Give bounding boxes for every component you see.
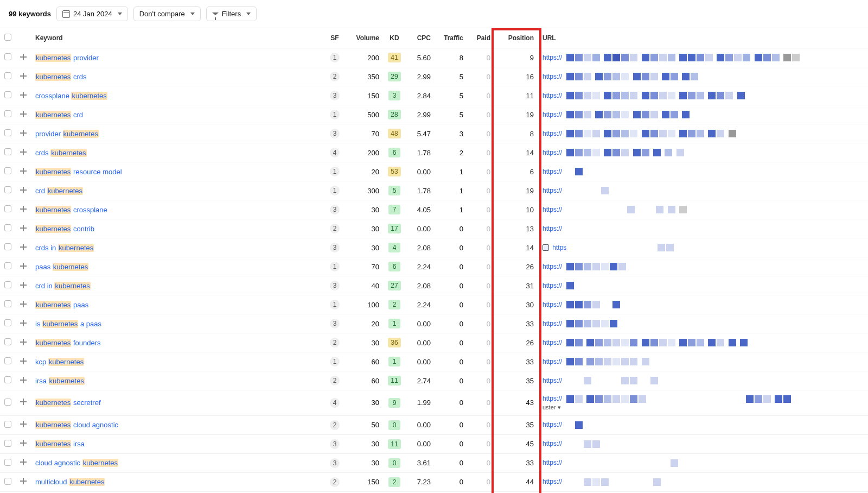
row-checkbox[interactable]: [4, 53, 11, 60]
row-checkbox[interactable]: [4, 91, 11, 98]
expand-icon[interactable]: [20, 206, 27, 212]
url-cell[interactable]: https://: [538, 48, 868, 67]
row-checkbox[interactable]: [4, 110, 11, 117]
expand-icon[interactable]: [20, 440, 27, 446]
keyword-cell[interactable]: crd in kubernetes: [31, 276, 324, 295]
keyword-cell[interactable]: kubernetes contrib: [31, 219, 324, 238]
keyword-cell[interactable]: kubernetes crds: [31, 67, 324, 86]
url-cell[interactable]: https://: [538, 124, 868, 143]
row-checkbox[interactable]: [4, 319, 11, 326]
compare-button[interactable]: Don't compare: [133, 7, 201, 21]
url-cell[interactable]: https://: [538, 162, 868, 181]
url-cell[interactable]: https://: [538, 257, 868, 276]
expand-icon[interactable]: [20, 320, 27, 326]
row-checkbox[interactable]: [4, 205, 11, 212]
header-url[interactable]: URL: [538, 28, 868, 48]
keyword-cell[interactable]: kubernetes cloud agnostic: [31, 415, 324, 434]
row-checkbox[interactable]: [4, 399, 11, 406]
expand-icon[interactable]: [20, 225, 27, 231]
header-keyword[interactable]: Keyword: [31, 28, 324, 48]
row-checkbox[interactable]: [4, 243, 11, 250]
expand-icon[interactable]: [20, 187, 27, 193]
row-checkbox[interactable]: [4, 262, 11, 269]
header-sf[interactable]: SF: [324, 28, 346, 48]
url-cell[interactable]: https://: [538, 295, 868, 314]
expand-icon[interactable]: [20, 92, 27, 98]
expand-icon[interactable]: [20, 339, 27, 345]
keyword-cell[interactable]: kubernetes founders: [31, 333, 324, 352]
url-cell[interactable]: https://: [538, 276, 868, 295]
keyword-cell[interactable]: multicloud kubernetes: [31, 472, 324, 491]
keyword-cell[interactable]: kubernetes paas: [31, 295, 324, 314]
expand-icon[interactable]: [20, 130, 27, 136]
url-cell[interactable]: https://: [538, 352, 868, 371]
row-checkbox[interactable]: [4, 459, 11, 466]
url-cell[interactable]: https:// uster ▾: [538, 390, 868, 416]
keyword-cell[interactable]: kubernetes secretref: [31, 390, 324, 416]
header-cpc[interactable]: CPC: [405, 28, 435, 48]
header-position[interactable]: Position: [495, 28, 538, 48]
url-cell[interactable]: https://: [538, 219, 868, 238]
keyword-cell[interactable]: kubernetes crd: [31, 105, 324, 124]
url-cell[interactable]: https://: [538, 67, 868, 86]
date-picker-button[interactable]: 24 Jan 2024: [56, 7, 128, 21]
header-kd[interactable]: KD: [384, 28, 405, 48]
row-checkbox[interactable]: [4, 186, 11, 193]
expand-icon[interactable]: [20, 282, 27, 288]
expand-icon[interactable]: [20, 244, 27, 250]
url-cell[interactable]: https://: [538, 181, 868, 200]
filters-button[interactable]: Filters: [206, 7, 257, 21]
expand-icon[interactable]: [20, 111, 27, 117]
row-checkbox[interactable]: [4, 376, 11, 383]
row-checkbox[interactable]: [4, 224, 11, 231]
keyword-cell[interactable]: kubernetes provider: [31, 48, 324, 67]
expand-icon[interactable]: [20, 73, 27, 79]
keyword-cell[interactable]: crds kubernetes: [31, 143, 324, 162]
row-checkbox[interactable]: [4, 72, 11, 79]
expand-icon[interactable]: [20, 54, 27, 60]
keyword-cell[interactable]: kubernetes resource model: [31, 162, 324, 181]
url-cell[interactable]: https://: [538, 472, 868, 491]
header-volume[interactable]: Volume: [346, 28, 384, 48]
expand-icon[interactable]: [20, 421, 27, 427]
url-cell[interactable]: https://: [538, 434, 868, 453]
url-cell[interactable]: https://: [538, 415, 868, 434]
expand-icon[interactable]: [20, 358, 27, 364]
keyword-cell[interactable]: kubernetes crossplane: [31, 200, 324, 219]
url-cell[interactable]: https://: [538, 371, 868, 390]
url-cell[interactable]: https://: [538, 200, 868, 219]
header-traffic[interactable]: Traffic: [435, 28, 468, 48]
url-cell[interactable]: https://: [538, 333, 868, 352]
expand-icon[interactable]: [20, 149, 27, 155]
row-checkbox[interactable]: [4, 129, 11, 136]
row-checkbox[interactable]: [4, 300, 11, 307]
keyword-cell[interactable]: cloud agnostic kubernetes: [31, 453, 324, 472]
expand-icon[interactable]: [20, 377, 27, 383]
expand-icon[interactable]: [20, 301, 27, 307]
row-checkbox[interactable]: [4, 281, 11, 288]
keyword-cell[interactable]: is kubernetes a paas: [31, 314, 324, 333]
row-checkbox[interactable]: [4, 148, 11, 155]
expand-icon[interactable]: [20, 263, 27, 269]
url-cell[interactable]: https://: [538, 314, 868, 333]
url-cell[interactable]: https://: [538, 453, 868, 472]
expand-icon[interactable]: [20, 459, 27, 465]
keyword-cell[interactable]: crossplane kubernetes: [31, 86, 324, 105]
keyword-cell[interactable]: crd kubernetes: [31, 181, 324, 200]
header-paid[interactable]: Paid: [468, 28, 495, 48]
url-cell[interactable]: https://: [538, 86, 868, 105]
url-cell[interactable]: https://: [538, 105, 868, 124]
keyword-cell[interactable]: kubernetes irsa: [31, 434, 324, 453]
url-cell[interactable]: https://: [538, 143, 868, 162]
row-checkbox[interactable]: [4, 357, 11, 364]
row-checkbox[interactable]: [4, 478, 11, 485]
row-checkbox[interactable]: [4, 338, 11, 345]
keyword-cell[interactable]: crds in kubernetes: [31, 238, 324, 257]
row-checkbox[interactable]: [4, 421, 11, 428]
url-cell[interactable]: https: [538, 238, 868, 257]
row-checkbox[interactable]: [4, 440, 11, 447]
select-all-checkbox[interactable]: [4, 34, 11, 41]
keyword-cell[interactable]: paas kubernetes: [31, 257, 324, 276]
keyword-cell[interactable]: kcp kubernetes: [31, 352, 324, 371]
row-checkbox[interactable]: [4, 167, 11, 174]
